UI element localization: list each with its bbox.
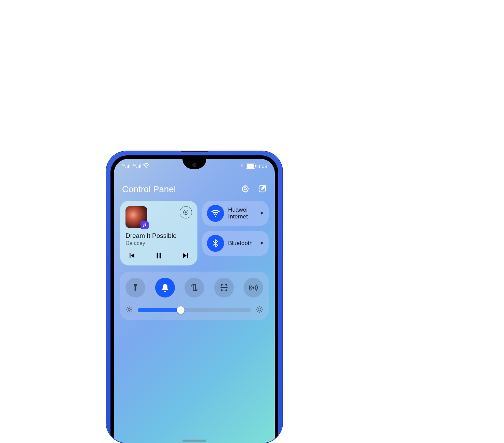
gear-icon[interactable] bbox=[241, 184, 250, 195]
bluetooth-status-icon bbox=[240, 163, 244, 169]
edit-icon[interactable] bbox=[258, 184, 267, 195]
wifi-label: Huawei Internet bbox=[228, 207, 256, 220]
wifi-label-line1: Huawei bbox=[228, 207, 256, 213]
hotspot-toggle[interactable] bbox=[243, 278, 263, 297]
page-title: Control Panel bbox=[122, 184, 176, 195]
svg-rect-3 bbox=[157, 253, 158, 259]
bluetooth-label: Bluetooth bbox=[228, 240, 256, 247]
brightness-slider[interactable] bbox=[138, 308, 251, 312]
chevron-down-icon[interactable]: ▼ bbox=[260, 211, 264, 216]
track-title: Dream It Possible bbox=[125, 232, 192, 240]
sound-toggle[interactable] bbox=[155, 278, 175, 297]
wifi-status-icon bbox=[143, 163, 149, 170]
clock: 8:08 bbox=[257, 163, 267, 169]
svg-rect-5 bbox=[193, 285, 196, 291]
chevron-down-icon[interactable]: ▼ bbox=[260, 241, 264, 246]
phone-bezel: 4G 4G 8:08 bbox=[110, 155, 278, 443]
bluetooth-icon bbox=[207, 235, 224, 252]
auto-rotate-toggle[interactable] bbox=[184, 278, 204, 297]
speaker-grille bbox=[181, 151, 208, 152]
flashlight-toggle[interactable] bbox=[125, 278, 145, 297]
screenshot-toggle[interactable] bbox=[214, 278, 234, 297]
prev-track-button[interactable] bbox=[128, 251, 136, 261]
svg-rect-4 bbox=[159, 253, 161, 259]
wifi-icon bbox=[207, 205, 224, 222]
brightness-high-icon bbox=[256, 306, 263, 315]
home-indicator[interactable] bbox=[182, 440, 206, 442]
next-track-button[interactable] bbox=[182, 251, 190, 261]
music-app-badge-icon bbox=[140, 221, 149, 229]
pause-button[interactable] bbox=[155, 251, 163, 261]
music-card[interactable]: Dream It Possible Delacey bbox=[120, 201, 197, 265]
wifi-tile[interactable]: Huawei Internet ▼ bbox=[202, 201, 269, 226]
svg-point-8 bbox=[258, 308, 261, 311]
svg-point-6 bbox=[252, 287, 254, 289]
audio-cast-icon[interactable] bbox=[180, 206, 192, 218]
svg-point-7 bbox=[128, 308, 130, 310]
quick-toggles-card bbox=[120, 272, 269, 320]
wifi-label-line2: Internet bbox=[228, 213, 256, 220]
svg-point-0 bbox=[244, 187, 247, 190]
panel-header: Control Panel bbox=[120, 183, 269, 201]
signal-2: 4G bbox=[132, 163, 141, 169]
signal-1: 4G bbox=[121, 163, 130, 169]
brightness-row bbox=[125, 306, 263, 315]
battery-icon bbox=[246, 164, 255, 169]
status-bar: 4G 4G 8:08 bbox=[114, 161, 275, 171]
bluetooth-tile[interactable]: Bluetooth ▼ bbox=[202, 231, 269, 256]
brightness-low-icon bbox=[125, 306, 133, 315]
screen: 4G 4G 8:08 bbox=[114, 159, 275, 443]
track-artist: Delacey bbox=[125, 240, 192, 246]
phone-frame: 4G 4G 8:08 bbox=[106, 151, 282, 443]
